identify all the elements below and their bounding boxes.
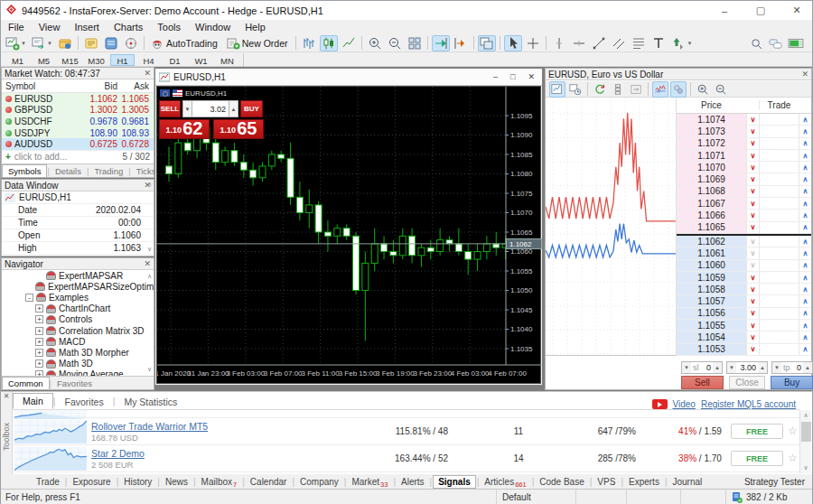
dom-trade-cell[interactable] [759,138,799,149]
timeframe-m15[interactable]: M15 [58,54,82,66]
timeframe-m30[interactable]: M30 [84,54,108,66]
market-watch-tab-symbols[interactable]: Symbols [2,164,47,177]
dom-buy-chevron-icon[interactable]: ∧ [799,331,811,342]
add-symbol-label[interactable]: click to add... [14,152,67,162]
column-header-ask[interactable]: Ask [117,81,152,91]
bar-chart-button[interactable] [300,35,318,51]
expand-icon[interactable]: + [35,359,43,368]
signals-tab-my-statistics[interactable]: My Statistics [115,395,186,409]
take-profit-stepper[interactable]: ▼ tp 0 ▲ [771,361,813,374]
dom-buy-chevron-icon[interactable]: ∧ [799,236,811,247]
fibonacci-button[interactable] [630,35,648,51]
dom-buy-chevron-icon[interactable]: ∧ [799,126,811,136]
minimize-button[interactable]: – [718,5,731,16]
chart-minimize-icon[interactable]: – [493,72,498,81]
expand-icon[interactable]: + [35,315,43,323]
column-header-symbol[interactable]: Symbol [2,81,79,91]
signal-row[interactable]: Rollover Trade Warrior MT5168.78 USD115.… [13,418,799,445]
dom-trade-cell[interactable] [759,272,799,283]
arrows-button[interactable]: ▼ [669,35,694,51]
signal-free-button[interactable]: FREE [731,451,783,466]
scrollbar-thumb[interactable] [801,422,811,442]
market-watch-button[interactable] [82,35,100,51]
dom-sell-chevron-icon[interactable]: ∨ [746,114,759,125]
dom-refresh-button[interactable] [592,81,608,98]
timeframe-mn[interactable]: MN [215,54,239,66]
market-watch-add-row[interactable]: + click to add... 5 / 302 [2,150,154,163]
dom-trade-cell[interactable] [759,308,799,319]
dom-trade-cell[interactable] [759,222,799,233]
connection-button[interactable] [786,35,806,51]
dom-sell-chevron-icon[interactable]: ∨ [746,150,759,161]
dom-sell-chevron-icon[interactable]: ∨ [746,210,759,220]
dom-trade-cell[interactable] [759,186,799,197]
signal-name-link[interactable]: Rollover Trade Warrior MT5 [91,421,208,432]
sl-down-icon[interactable]: ▼ [682,362,691,373]
dom-sell-chevron-icon[interactable]: ∨ [746,331,759,342]
menu-view[interactable]: View [32,22,68,33]
dom-buy-chevron-icon[interactable]: ∧ [799,247,811,258]
dom-sell-chevron-icon[interactable]: ∨ [746,295,759,306]
dom-sell-chevron-icon[interactable]: ∨ [746,162,759,173]
nav-item-macd[interactable]: +MACD [2,336,154,347]
text-button[interactable] [649,35,668,51]
signals-tab-favorites[interactable]: Favorites [56,395,113,409]
timeframe-m5[interactable]: M5 [32,54,56,66]
scr ollbar-down-icon[interactable]: ∨ [800,462,811,473]
dom-buy-chevron-icon[interactable]: ∧ [799,198,811,209]
buy-button[interactable]: BUY [240,100,263,117]
lot-stepper[interactable]: ▼ 3.00 ▲ [726,361,768,374]
symbol-row-gbpusd[interactable]: GBPUSD1.30021.3005 [2,105,154,117]
dom-trade-cell[interactable] [759,114,799,125]
dom-buy-chevron-icon[interactable]: ∧ [799,284,811,294]
dom-trade-cell[interactable] [759,344,799,355]
tp-up-icon[interactable]: ▲ [803,362,812,373]
dom-buy-chevron-icon[interactable]: ∧ [799,272,811,283]
toolbox-tab-signals[interactable]: Signals [433,475,476,489]
dom-buy-chevron-icon[interactable]: ∧ [799,186,811,197]
market-watch-tab-details[interactable]: Details [50,165,87,177]
new-chart-dropdown-icon[interactable]: ▼ [21,41,26,46]
status-profile[interactable]: Default [496,490,575,504]
dom-zoom-out-button[interactable] [713,81,729,98]
favorite-star-icon[interactable]: ☆ [788,425,798,437]
chart-area[interactable]: 1.10951.10901.10851.10801.10751.10701.10… [156,86,541,384]
dom-trade-cell[interactable] [759,198,799,209]
collapse-icon[interactable]: - [25,294,33,302]
profiles-button[interactable]: ▼ [30,35,54,51]
navigator-close-icon[interactable]: ✕ [144,259,151,268]
nav-item-math-3d-morpher[interactable]: +Math 3D Morpher [2,347,154,358]
dom-group-orders-button[interactable] [670,81,687,98]
dom-buy-chevron-icon[interactable]: ∧ [799,210,811,220]
zoom-out-button[interactable] [386,35,404,51]
sl-up-icon[interactable]: ▲ [713,362,722,373]
signals-tab-main[interactable]: Main [13,393,53,409]
toolbox-tab-market[interactable]: Market33 [347,476,392,488]
profiles-dropdown-icon[interactable]: ▼ [47,41,52,46]
toolbox-tab-mailbox[interactable]: Mailbox7 [197,476,242,488]
new-chart-button[interactable]: ▼ [4,35,28,51]
dom-sell-chevron-icon[interactable]: ∨ [746,138,759,149]
toolbox-tab-code-base[interactable]: Code Base [535,476,588,488]
toolbox-tab-alerts[interactable]: Alerts [397,476,429,488]
toolbox-tab-experts[interactable]: Experts [624,476,664,488]
signal-free-button[interactable]: FREE [731,424,783,439]
chart-window-titlebar[interactable]: EURUSD,H1 – □ ✕ [155,69,542,86]
arrange-windows-button[interactable] [478,35,496,51]
expand-icon[interactable]: + [35,338,43,346]
menu-window[interactable]: Window [188,22,238,33]
favorite-star-icon[interactable]: ☆ [788,452,798,464]
trendline-button[interactable] [590,35,608,51]
signals-scrollbar[interactable]: ∧ ∨ [799,410,811,473]
dom-buy-chevron-icon[interactable]: ∧ [799,138,811,149]
market-watch-tab-trading[interactable]: Trading [89,165,128,177]
dom-trade-cell[interactable] [759,162,799,173]
dom-sell-chevron-icon[interactable]: ∨ [746,344,759,355]
candle-chart-button[interactable] [320,35,338,51]
sell-button[interactable]: SELL [159,100,181,117]
spread-increase-icon[interactable]: ▲ [229,100,238,117]
symbol-row-eurusd[interactable]: EURUSD1.10621.1065 [2,93,154,105]
nav-item-expertmapsarsizeoptim[interactable]: ExpertMAPSARSizeOptim [2,281,154,292]
column-header-bid[interactable]: Bid [79,81,117,91]
toolbox-tab-journal[interactable]: Journal [668,476,707,488]
